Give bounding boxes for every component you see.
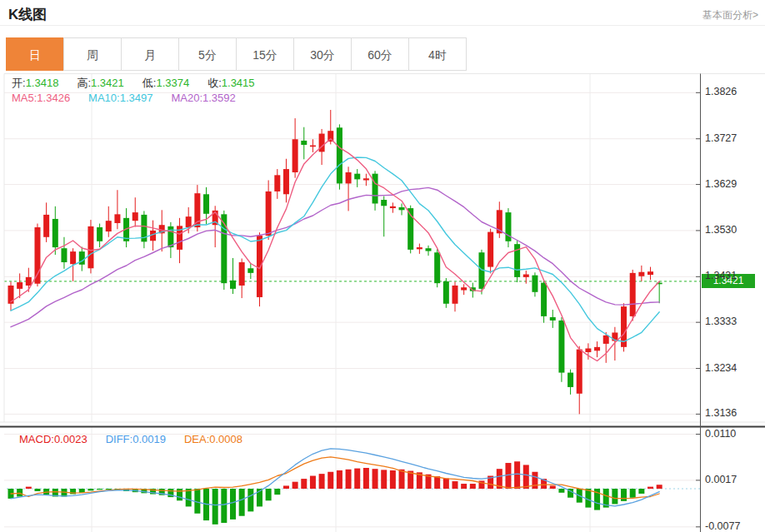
macd-row: MACD:0.0023DIFF:0.0019DEA:0.0008 xyxy=(19,433,261,445)
candle-body xyxy=(550,317,556,321)
macd-bar xyxy=(630,489,636,498)
candle-body xyxy=(523,275,529,277)
macd-bar xyxy=(177,489,182,500)
axis-tick-label: -0.0077 xyxy=(705,520,763,532)
candle-body xyxy=(399,207,405,210)
macd-bar xyxy=(266,489,272,500)
candle-body xyxy=(461,287,467,290)
macd-bar xyxy=(274,489,280,495)
candle-body xyxy=(186,216,192,227)
candle-body xyxy=(248,268,253,273)
candle-body xyxy=(585,349,591,352)
candle-body xyxy=(346,172,352,183)
axis-tick-label: 1.3333 xyxy=(705,316,763,327)
axis-tick-label: 1.3136 xyxy=(705,407,763,419)
macd-bar xyxy=(363,468,369,489)
indicator-value: MACD:0.0023 xyxy=(19,433,88,445)
candle-body xyxy=(52,219,58,247)
macd-bar xyxy=(638,489,644,494)
macd-bar xyxy=(337,470,342,489)
candle-body xyxy=(114,214,120,223)
candle-body xyxy=(381,200,387,206)
candle-body xyxy=(372,174,378,204)
candle-body xyxy=(577,350,582,394)
macd-bar xyxy=(230,489,236,520)
axis-tick-label: 1.3234 xyxy=(705,362,763,374)
indicator-value: MA20:1.3592 xyxy=(171,92,235,104)
candle-body xyxy=(434,252,440,283)
candle-body xyxy=(603,336,609,344)
macd-bar xyxy=(88,489,93,490)
indicator-value: 高:1.3421 xyxy=(77,77,123,89)
axis-tick-label: 1.3530 xyxy=(705,224,763,236)
macd-bar xyxy=(514,461,520,489)
macd-bar xyxy=(461,484,467,489)
candle-body xyxy=(354,174,360,180)
candle-body xyxy=(61,248,67,262)
axis-tick-label: 1.3431 xyxy=(705,270,763,281)
indicator-value: DEA:0.0008 xyxy=(184,433,242,445)
macd-bar xyxy=(443,479,449,490)
macd-bar xyxy=(621,489,627,501)
axis-tick-label: 0.0110 xyxy=(705,428,763,440)
candle-body xyxy=(43,215,49,237)
candle-body xyxy=(363,178,369,180)
axis-tick-label: 0.0017 xyxy=(705,474,763,485)
axis-tick-label: 1.3826 xyxy=(705,86,763,97)
candle-body xyxy=(568,373,573,387)
macd-bar xyxy=(532,472,538,489)
candle-body xyxy=(17,282,22,289)
candle-body xyxy=(337,127,342,183)
candle-body xyxy=(443,281,449,304)
candle-body xyxy=(638,272,644,276)
candle-body xyxy=(648,271,653,275)
macd-bar xyxy=(239,489,245,516)
candle-body xyxy=(532,276,538,292)
ma10-line xyxy=(11,157,659,341)
macd-bar xyxy=(381,470,387,489)
candle-body xyxy=(541,283,547,316)
axis-tick-label: 1.3629 xyxy=(705,178,763,190)
candle-body xyxy=(26,277,32,286)
macd-bar xyxy=(434,476,440,489)
macd-bar xyxy=(97,489,102,490)
candle-body xyxy=(132,212,138,221)
indicator-value: MA5:1.3426 xyxy=(12,92,70,104)
macd-bar xyxy=(372,469,378,489)
macd-bar xyxy=(390,470,396,489)
macd-bar xyxy=(34,489,40,491)
macd-bar xyxy=(212,489,218,525)
macd-bar xyxy=(283,485,289,489)
macd-bar xyxy=(301,479,307,489)
candle-body xyxy=(594,347,600,351)
indicator-value: 开:1.3418 xyxy=(12,77,58,89)
indicator-value: DIFF:0.0019 xyxy=(106,433,166,445)
candle-body xyxy=(230,281,236,289)
candle-body xyxy=(310,146,316,147)
candle-body xyxy=(301,141,307,145)
macd-bar xyxy=(328,472,333,489)
macd-bar xyxy=(612,489,618,504)
candle-body xyxy=(239,262,245,286)
macd-bar xyxy=(550,485,556,489)
candle-body xyxy=(558,321,564,373)
candle-body xyxy=(106,221,112,231)
macd-bar xyxy=(186,489,192,506)
indicator-value: MA10:1.3497 xyxy=(88,92,152,104)
macd-bar xyxy=(354,469,360,489)
macd-bar xyxy=(657,485,662,489)
macd-bar xyxy=(26,487,32,489)
candle-body xyxy=(274,175,280,191)
candle-body xyxy=(488,232,493,267)
macd-bar xyxy=(648,487,653,489)
candle-body xyxy=(257,236,262,297)
ma20-line xyxy=(11,187,659,326)
macd-bar xyxy=(319,474,325,489)
macd-bar xyxy=(470,484,476,489)
candle-body xyxy=(88,226,93,268)
macd-bar xyxy=(452,481,458,489)
candle-body xyxy=(70,251,76,264)
macd-bar xyxy=(346,470,352,489)
macd-bar xyxy=(523,465,529,489)
candle-body xyxy=(417,247,422,249)
